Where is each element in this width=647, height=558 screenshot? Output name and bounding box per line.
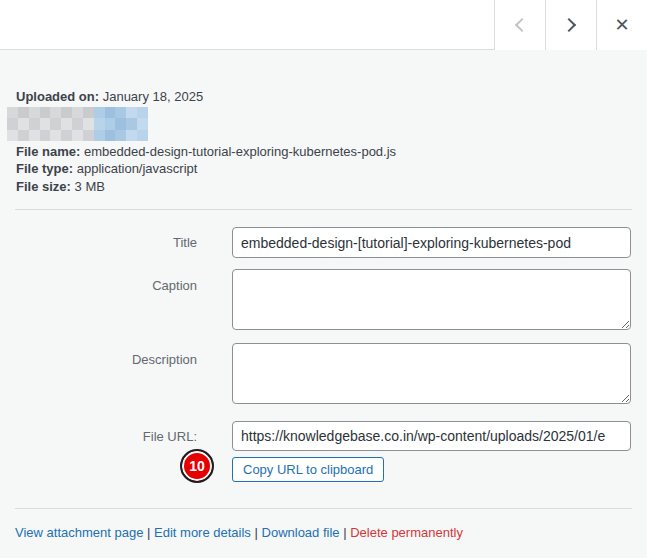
file-type-label: File type: xyxy=(16,161,73,176)
link-separator: | xyxy=(255,525,258,540)
chevron-right-icon xyxy=(562,18,576,32)
previous-attachment-button[interactable] xyxy=(494,0,545,50)
chevron-left-icon xyxy=(515,18,529,32)
view-attachment-page-link[interactable]: View attachment page xyxy=(15,525,143,540)
file-type-line: File type: application/javascript xyxy=(16,161,197,177)
file-name-label: File name: xyxy=(16,144,80,159)
next-attachment-button[interactable] xyxy=(545,0,596,50)
file-url-row: File URL: xyxy=(16,421,631,451)
close-modal-button[interactable]: ✕ xyxy=(596,0,647,50)
file-url-input[interactable] xyxy=(232,421,631,451)
file-name-value: embedded-design-tutorial-exploring-kuber… xyxy=(84,144,396,159)
uploaded-on-line: Uploaded on: January 18, 2025 xyxy=(16,89,203,105)
copy-url-button[interactable]: Copy URL to clipboard xyxy=(232,457,384,482)
redacted-uploaded-by-mosaic xyxy=(7,107,148,141)
caption-row: Caption xyxy=(16,269,631,334)
link-separator: | xyxy=(343,525,346,540)
file-size-line: File size: 3 MB xyxy=(16,179,105,195)
download-file-link[interactable]: Download file xyxy=(262,525,340,540)
title-row: Title xyxy=(16,227,631,258)
uploaded-on-value: January 18, 2025 xyxy=(103,89,203,104)
title-input[interactable] xyxy=(232,227,631,258)
uploaded-on-label: Uploaded on: xyxy=(16,89,99,104)
file-type-value: application/javascript xyxy=(77,161,198,176)
annotation-step-badge: 10 xyxy=(180,449,214,483)
delete-permanently-link[interactable]: Delete permanently xyxy=(350,525,463,540)
caption-textarea[interactable] xyxy=(232,269,631,330)
description-label: Description xyxy=(16,343,197,408)
copy-url-row: 10 Copy URL to clipboard xyxy=(16,457,631,482)
modal-nav-buttons: ✕ xyxy=(494,0,647,50)
link-separator: | xyxy=(147,525,150,540)
file-url-label: File URL: xyxy=(16,429,197,444)
edit-more-details-link[interactable]: Edit more details xyxy=(154,525,251,540)
title-label: Title xyxy=(16,235,197,250)
file-name-line: File name: embedded-design-tutorial-expl… xyxy=(16,144,396,160)
file-size-value: 3 MB xyxy=(75,179,105,194)
caption-label: Caption xyxy=(16,269,197,334)
modal-header: ✕ xyxy=(0,0,647,50)
description-row: Description xyxy=(16,343,631,408)
footer-divider xyxy=(15,508,632,509)
details-divider xyxy=(15,209,632,210)
attachment-details-modal: ✕ Uploaded on: January 18, 2025 File nam… xyxy=(0,0,647,558)
description-textarea[interactable] xyxy=(232,343,631,404)
close-icon: ✕ xyxy=(614,16,629,34)
attachment-actions: View attachment page | Edit more details… xyxy=(15,525,463,541)
file-size-label: File size: xyxy=(16,179,71,194)
